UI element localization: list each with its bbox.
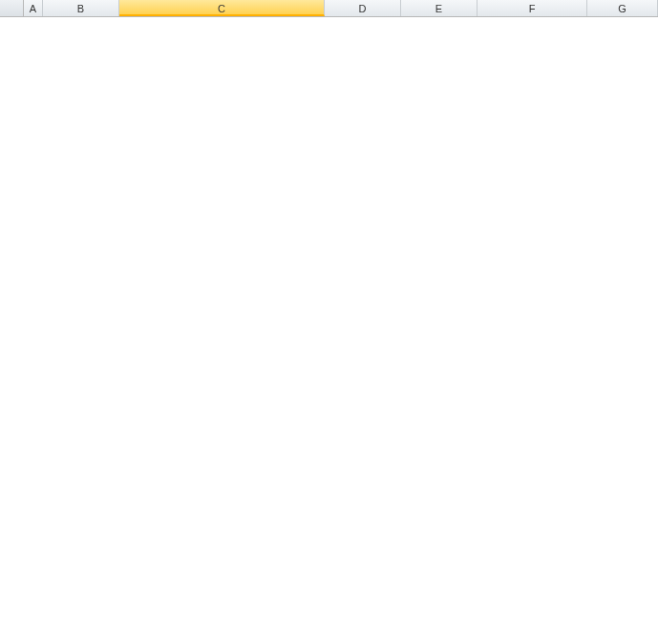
col-header-c[interactable]: C [119,0,325,16]
spreadsheet: A B C D E F G 1 3 4 5 6 8 9 10 11 12 14 … [0,0,658,17]
col-header-g[interactable]: G [587,0,658,16]
col-header-e[interactable]: E [401,0,478,16]
col-header-a[interactable]: A [24,0,43,16]
col-header-b[interactable]: B [43,0,119,16]
col-header-d[interactable]: D [325,0,401,16]
column-headers: A B C D E F G [0,0,658,17]
select-all-corner[interactable] [0,0,24,16]
col-header-f[interactable]: F [478,0,587,16]
